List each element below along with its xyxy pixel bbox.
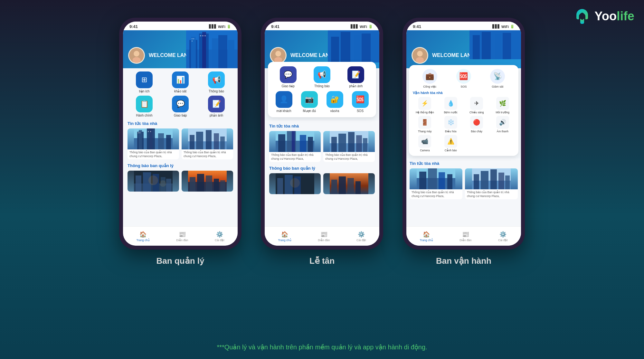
hanhchinh-icon[interactable]: 📋 <box>136 96 153 112</box>
mgmt-card-1b[interactable] <box>182 171 233 192</box>
news-caption-1a: Thông báo của Ban quản trị nhà chung cư … <box>128 149 179 159</box>
ops-giamsat-icon-3[interactable]: 📡 <box>490 69 505 84</box>
popup-giaotiep-2[interactable]: 💬 Giao tiếp <box>272 66 304 88</box>
nav-forum-3[interactable]: 📰 Diễn đàn <box>459 231 471 242</box>
popup-thongbao-2[interactable]: 📢 Thông báo <box>306 66 337 88</box>
icon-item-phananh[interactable]: 📝 phản ánh <box>200 96 233 117</box>
ops-chieusang-label-3: Chiếu sáng <box>469 111 484 114</box>
popup-moikhach-2[interactable]: 👤 mời khách <box>272 91 295 113</box>
ops-hethongdien-3[interactable]: ⚡ Hệ thống điện <box>413 97 437 114</box>
header-building-1 <box>186 30 238 68</box>
mgmt-card-2a[interactable] <box>269 173 321 194</box>
svg-rect-89 <box>495 34 501 59</box>
ops-canhbao-3[interactable]: ⚠️ Cảnh báo <box>439 135 463 152</box>
nav-settings-3[interactable]: ⚙️ Cài đặt <box>498 231 508 242</box>
popup-vaora-icon-2[interactable]: 🔐 <box>327 91 343 108</box>
ops-dieuhoa-icon-3[interactable]: ❄️ <box>444 116 457 129</box>
nav-home-2[interactable]: 🏠 Trang chủ <box>278 231 291 242</box>
icon-item-giaotiep[interactable]: 💬 Giao tiếp <box>164 96 197 117</box>
popup-phananh-2[interactable]: 📝 phản ánh <box>340 66 372 88</box>
popup-giaotiep-icon-2[interactable]: 💬 <box>280 66 297 83</box>
ops-thangmay-3[interactable]: 🚪 Thang máy <box>413 116 437 133</box>
nav-settings-label-2: Cài đặt <box>356 239 366 242</box>
ops-dieuhoa-3[interactable]: ❄️ Điều hòa <box>439 116 463 133</box>
nav-settings-icon-3: ⚙️ <box>499 231 507 238</box>
popup-thongbao-icon-2[interactable]: 📢 <box>314 66 330 83</box>
news-grid-3: Thông báo của Ban quản trị nhà chung cư … <box>410 168 518 199</box>
popup-sos-icon-2[interactable]: 🆘 <box>352 91 369 108</box>
news-card-1b[interactable]: Thông báo của Ban quản trị nhà chung cư … <box>182 128 233 159</box>
ops-bomnuoc-icon-3[interactable]: 💧 <box>444 97 457 110</box>
nav-home-1[interactable]: 🏠 Trang chủ <box>136 231 149 242</box>
popup-phananh-icon-2[interactable]: 📝 <box>347 66 364 83</box>
icon-item-khaosat[interactable]: 📊 khảo sát <box>164 71 197 93</box>
giaotiep-icon[interactable]: 💬 <box>172 96 189 112</box>
news-card-3b[interactable]: Thông báo của Ban quản trị nhà chung cư … <box>465 168 518 199</box>
nav-forum-2[interactable]: 📰 Diễn đàn <box>318 231 330 242</box>
svg-rect-49 <box>197 174 204 192</box>
popup-moikhach-icon-2[interactable]: 👤 <box>276 91 292 108</box>
svg-rect-34 <box>206 130 212 149</box>
mgmt-card-2b[interactable] <box>323 173 375 194</box>
news-card-3a[interactable]: Thông báo của Ban quản trị nhà chung cư … <box>410 168 462 199</box>
nav-home-3[interactable]: 🏠 Trang chủ <box>420 231 433 242</box>
ops-congviec-icon-3[interactable]: 💼 <box>422 69 437 84</box>
phananh-icon[interactable]: 📝 <box>208 96 225 112</box>
header-building-3 <box>469 30 521 68</box>
thongbao-icon[interactable]: 📢 <box>208 71 225 88</box>
thongbao-label: Thông báo <box>209 90 224 93</box>
nav-settings-label-3: Cài đặt <box>498 239 508 242</box>
ops-sos-icon-3[interactable]: 🆘 <box>456 69 471 84</box>
popup-sos-2[interactable]: 🆘 SOS <box>349 91 372 113</box>
svg-rect-104 <box>481 171 488 189</box>
giaotiep-label: Giao tiếp <box>174 114 187 117</box>
ops-moitruong-3[interactable]: 🌿 Môi trường <box>491 97 515 114</box>
popup-muondo-2[interactable]: 📷 Mượn đồ <box>298 91 321 113</box>
nav-forum-1[interactable]: 📰 Diễn đàn <box>176 231 188 242</box>
icon-item-thongbao[interactable]: 📢 Thông báo <box>200 71 233 93</box>
ops-canhbao-icon-3[interactable]: ⚠️ <box>444 135 457 148</box>
phone-frame-3: 9:41 ▋▋▋ WiFi 🔋 <box>402 18 525 250</box>
popup-vaora-2[interactable]: 🔐 vào/ra <box>323 91 346 113</box>
popup-muondo-icon-2[interactable]: 📷 <box>301 91 318 108</box>
ops-hethongdien-icon-3[interactable]: ⚡ <box>418 97 431 110</box>
ops-amthanh-icon-3[interactable]: 🔊 <box>496 116 509 129</box>
ops-baochay-3[interactable]: 🔴 Báo cháy <box>465 116 489 133</box>
mgmt-card-1a[interactable] <box>128 171 179 192</box>
nav-forum-label-1: Diễn đàn <box>176 239 188 242</box>
svg-rect-67 <box>300 135 306 152</box>
ops-giamsat-3[interactable]: 📡 Giám sát <box>490 69 505 88</box>
ops-sos-3[interactable]: 🆘 SOS <box>456 69 471 88</box>
ops-bomnuoc-label-3: Bơm nước <box>444 111 458 114</box>
svg-rect-82 <box>331 180 337 194</box>
ops-congviec-3[interactable]: 💼 Công việc <box>422 69 437 88</box>
section-title-mgmt-2: Thông báo ban quản lý <box>269 166 375 171</box>
svg-rect-29 <box>150 131 151 132</box>
ops-chieusang-icon-3[interactable]: ✈ <box>470 97 483 110</box>
svg-rect-50 <box>206 175 212 192</box>
nav-settings-1[interactable]: ⚙️ Cài đặt <box>215 231 224 242</box>
nav-settings-2[interactable]: ⚙️ Cài đặt <box>356 231 366 242</box>
ops-camera-3[interactable]: 📹 Camera <box>413 135 437 152</box>
ops-amthanh-3[interactable]: 🔊 Âm thanh <box>491 116 515 133</box>
icon-item-tienich[interactable]: ⊞ tiện ích <box>128 71 161 93</box>
news-card-2b[interactable]: Thông báo của Ban quản trị nhà chung cư … <box>323 131 375 162</box>
ops-baochay-icon-3[interactable]: 🔴 <box>470 116 483 129</box>
icon-item-hanhchinh[interactable]: 📋 Hành chính <box>128 96 161 117</box>
news-card-1a[interactable]: Thông báo của Ban quản trị nhà chung cư … <box>128 128 179 159</box>
svg-rect-83 <box>339 176 346 194</box>
svg-rect-57 <box>362 33 371 62</box>
status-icons-1: ▋▋▋ WiFi 🔋 <box>209 24 231 29</box>
ops-moitruong-label-3: Môi trường <box>496 111 509 114</box>
khaosat-icon[interactable]: 📊 <box>172 71 189 88</box>
ops-chieusang-3[interactable]: ✈ Chiếu sáng <box>465 97 489 114</box>
ops-thangmay-icon-3[interactable]: 🚪 <box>418 116 431 129</box>
news-img-1a <box>128 128 179 149</box>
nav-home-label-2: Trang chủ <box>278 239 291 242</box>
ops-camera-icon-3[interactable]: 📹 <box>418 135 431 148</box>
tienich-icon[interactable]: ⊞ <box>136 71 153 88</box>
news-card-2a[interactable]: Thông báo của Ban quản trị nhà chung cư … <box>269 131 321 162</box>
phananh-label: phản ánh <box>210 114 223 117</box>
ops-moitruong-icon-3[interactable]: 🌿 <box>496 97 509 110</box>
ops-bomnuoc-3[interactable]: 💧 Bơm nước <box>439 97 463 114</box>
